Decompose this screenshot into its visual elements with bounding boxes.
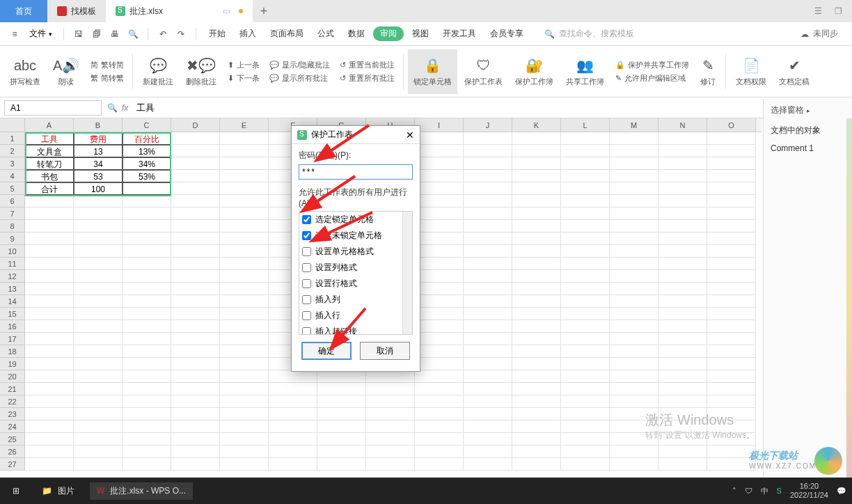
- cell[interactable]: [123, 345, 171, 358]
- cell[interactable]: [415, 333, 464, 345]
- row-header[interactable]: 26: [0, 446, 25, 458]
- btn-spellcheck[interactable]: abc拼写检查: [4, 49, 46, 94]
- cell[interactable]: [512, 308, 561, 320]
- cell[interactable]: [171, 145, 220, 157]
- cell[interactable]: [610, 157, 658, 170]
- cell[interactable]: 34: [74, 157, 123, 170]
- row-header[interactable]: 3: [0, 157, 25, 170]
- btn-resetall[interactable]: ↺重置所有批注: [340, 73, 395, 84]
- cell[interactable]: [610, 458, 658, 471]
- menu-insert[interactable]: 插入: [234, 25, 262, 42]
- cell[interactable]: [464, 370, 512, 383]
- cell[interactable]: [171, 270, 220, 283]
- cell[interactable]: [415, 270, 464, 283]
- cell[interactable]: [171, 395, 220, 408]
- cell[interactable]: [25, 433, 74, 446]
- cell[interactable]: [464, 358, 512, 370]
- cell[interactable]: 费用: [74, 132, 123, 145]
- col-header-K[interactable]: K: [512, 118, 561, 132]
- dialog-scrollbar[interactable]: [402, 212, 412, 334]
- cell[interactable]: [123, 358, 171, 370]
- cell[interactable]: [25, 233, 74, 245]
- row-header[interactable]: 19: [0, 358, 25, 370]
- cell[interactable]: [610, 220, 658, 233]
- system-tray[interactable]: ˄ 🛡 中 S 16:20 2022/11/24 💬: [732, 482, 846, 500]
- cell[interactable]: [658, 145, 707, 157]
- cell[interactable]: [707, 458, 756, 471]
- cell[interactable]: [610, 258, 658, 270]
- row-header[interactable]: 1: [0, 132, 25, 145]
- menu-devtools[interactable]: 开发工具: [437, 25, 482, 42]
- cell[interactable]: [25, 408, 74, 420]
- cell[interactable]: [220, 233, 269, 245]
- cell[interactable]: [171, 170, 220, 182]
- window-list-icon[interactable]: ☰: [814, 6, 822, 16]
- cell[interactable]: [464, 345, 512, 358]
- select-all-corner[interactable]: [0, 118, 25, 132]
- cell[interactable]: [464, 157, 512, 170]
- cell[interactable]: [269, 370, 317, 383]
- cell[interactable]: [561, 182, 610, 195]
- cell[interactable]: [25, 345, 74, 358]
- cell[interactable]: [415, 207, 464, 220]
- cell[interactable]: [74, 233, 123, 245]
- col-header-E[interactable]: E: [220, 118, 269, 132]
- btn-docperm[interactable]: 📄文档权限: [730, 49, 772, 94]
- cell[interactable]: [220, 182, 269, 195]
- cell[interactable]: [220, 258, 269, 270]
- cell[interactable]: [561, 145, 610, 157]
- cell[interactable]: [415, 132, 464, 145]
- cell[interactable]: [74, 295, 123, 308]
- cell[interactable]: [707, 157, 756, 170]
- cell[interactable]: [366, 420, 415, 433]
- cell[interactable]: [707, 182, 756, 195]
- cell[interactable]: [220, 446, 269, 458]
- cell[interactable]: [123, 295, 171, 308]
- cell[interactable]: [25, 308, 74, 320]
- cell[interactable]: [707, 420, 756, 433]
- cell[interactable]: [658, 395, 707, 408]
- cell[interactable]: [658, 207, 707, 220]
- row-header[interactable]: 17: [0, 333, 25, 345]
- btn-togglecomment[interactable]: 💬显示/隐藏批注: [269, 60, 330, 70]
- cell[interactable]: [512, 345, 561, 358]
- cell[interactable]: [171, 345, 220, 358]
- cell[interactable]: [25, 245, 74, 258]
- name-box[interactable]: A1: [4, 100, 102, 116]
- cell[interactable]: [610, 320, 658, 333]
- tray-shield-icon[interactable]: 🛡: [745, 487, 752, 495]
- cell[interactable]: [220, 408, 269, 420]
- row-header[interactable]: 10: [0, 245, 25, 258]
- cell[interactable]: [220, 420, 269, 433]
- password-input[interactable]: [299, 164, 413, 180]
- cell[interactable]: [464, 207, 512, 220]
- cell[interactable]: [269, 433, 317, 446]
- cell[interactable]: [74, 308, 123, 320]
- tray-clock[interactable]: 16:20 2022/11/24: [790, 482, 828, 500]
- cell[interactable]: [561, 446, 610, 458]
- row-header[interactable]: 11: [0, 258, 25, 270]
- cell[interactable]: [25, 195, 74, 207]
- cell[interactable]: [415, 370, 464, 383]
- cell[interactable]: [415, 157, 464, 170]
- cell[interactable]: [74, 433, 123, 446]
- cell[interactable]: [464, 170, 512, 182]
- cell[interactable]: [220, 383, 269, 395]
- cell[interactable]: [74, 458, 123, 471]
- row-header[interactable]: 6: [0, 195, 25, 207]
- cell[interactable]: [658, 308, 707, 320]
- cell[interactable]: [220, 320, 269, 333]
- cell[interactable]: [123, 207, 171, 220]
- cell[interactable]: [220, 358, 269, 370]
- cell[interactable]: [610, 245, 658, 258]
- cell[interactable]: 13: [74, 145, 123, 157]
- cell[interactable]: [74, 320, 123, 333]
- cell[interactable]: [220, 207, 269, 220]
- cell[interactable]: [123, 283, 171, 295]
- perm-item[interactable]: 插入列: [299, 292, 412, 308]
- cell[interactable]: [171, 458, 220, 471]
- cell[interactable]: [512, 370, 561, 383]
- cell[interactable]: [220, 308, 269, 320]
- tab-window-icon[interactable]: ▭: [223, 6, 230, 16]
- cell[interactable]: [123, 195, 171, 207]
